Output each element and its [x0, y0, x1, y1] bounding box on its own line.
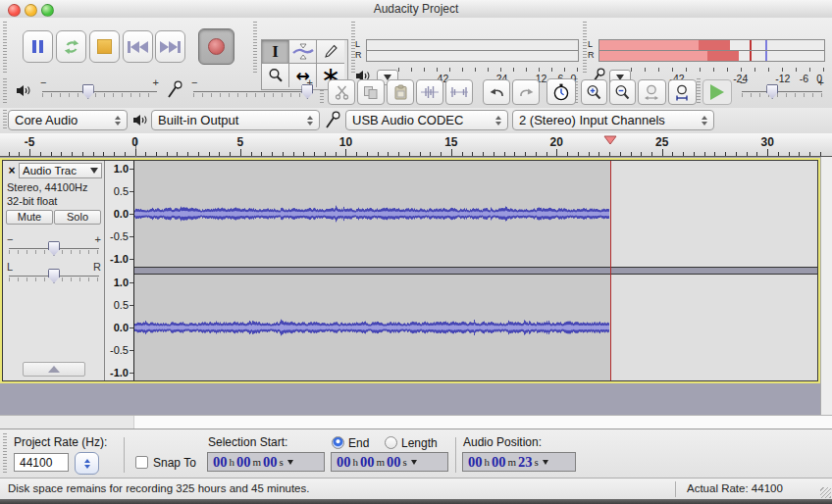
ruler-tick	[72, 152, 73, 156]
mixer-toolbar-grip[interactable]	[3, 78, 7, 104]
meter-hold-peak-tick	[765, 40, 767, 50]
redo-button[interactable]	[512, 79, 540, 105]
selection-start-field[interactable]: 00h00m00s	[207, 452, 325, 472]
transport-toolbar-grip[interactable]	[3, 22, 7, 75]
draw-tool-button[interactable]	[317, 40, 344, 64]
track-format-label: Stereo, 44100Hz	[7, 181, 88, 193]
skip-to-end-button[interactable]	[155, 30, 185, 63]
window-resize-grip[interactable]	[820, 487, 831, 498]
waveform-area[interactable]	[134, 161, 817, 380]
meter-recent-peak-tick	[750, 40, 752, 50]
ruler-label: 0	[131, 135, 138, 149]
loop-play-button[interactable]	[56, 30, 86, 63]
collapse-arrow-icon	[48, 366, 60, 373]
cut-icon	[335, 85, 349, 100]
speaker-icon	[16, 84, 32, 97]
zoom-out-button[interactable]	[609, 79, 636, 105]
track-close-button[interactable]: ×	[6, 164, 18, 177]
length-radio[interactable]	[385, 436, 397, 449]
ruler-tick	[356, 152, 357, 156]
envelope-tool-button[interactable]	[289, 40, 317, 64]
select-arrows-icon	[115, 116, 121, 126]
end-radio[interactable]	[332, 436, 344, 449]
copy-button[interactable]	[357, 79, 385, 105]
left-channel-waveform[interactable]	[134, 161, 817, 267]
track-area: × Audio Trac Stereo, 44100Hz 32-bit floa…	[0, 157, 832, 415]
ruler-tick	[303, 152, 304, 156]
time-format-arrow-icon[interactable]	[287, 460, 293, 465]
fit-project-button[interactable]	[668, 79, 697, 105]
record-position-marker	[603, 135, 617, 145]
cut-button[interactable]	[328, 79, 355, 105]
skip-to-start-button[interactable]	[123, 30, 153, 63]
recording-device-select[interactable]: USB Audio CODEC	[345, 110, 508, 130]
speaker-icon	[132, 114, 149, 126]
horizontal-scrollbar[interactable]	[0, 415, 832, 428]
project-rate-stepper[interactable]	[75, 452, 99, 475]
ruler-tick	[314, 152, 315, 156]
ruler-tick	[598, 152, 599, 156]
playback-device-select[interactable]: Built-in Output	[151, 110, 320, 130]
fit-selection-icon	[644, 84, 660, 101]
recording-meter-r-label: R	[588, 50, 595, 60]
ruler-tick	[725, 152, 726, 156]
pause-button[interactable]	[23, 30, 53, 63]
ruler-tick	[472, 152, 473, 156]
zoom-in-button[interactable]	[581, 79, 607, 105]
ruler-tick	[451, 149, 452, 156]
device-toolbar-grip[interactable]	[3, 110, 7, 130]
undo-button[interactable]	[483, 79, 510, 105]
fit-selection-button[interactable]	[638, 79, 666, 105]
input-volume-slider[interactable]: − +	[193, 82, 311, 102]
time-format-arrow-icon[interactable]	[543, 460, 548, 465]
trim-audio-button[interactable]	[416, 79, 443, 105]
ruler-tick	[177, 152, 178, 156]
ruler-tick	[631, 152, 632, 156]
right-channel-waveform[interactable]	[134, 275, 817, 380]
selection-toolbar-grip[interactable]	[3, 433, 7, 475]
ruler-tick	[29, 149, 30, 156]
ruler-tick	[240, 149, 241, 156]
selection-end-field[interactable]: 00h00m00s	[331, 452, 448, 472]
copy-icon	[363, 85, 379, 100]
vertical-scale-ruler[interactable]: 1.00.50.0-0.5-1.01.00.50.0-0.5-1.0	[105, 161, 134, 380]
gain-slider[interactable]: − +	[9, 239, 99, 259]
snap-to-checkbox[interactable]	[135, 456, 148, 469]
audio-host-select[interactable]: Core Audio	[8, 110, 128, 130]
project-rate-input[interactable]: 44100	[14, 453, 69, 472]
silence-audio-button[interactable]	[445, 79, 473, 105]
solo-button[interactable]: Solo	[54, 210, 101, 225]
pan-slider[interactable]: L R	[9, 267, 99, 286]
timer-button[interactable]	[546, 78, 576, 105]
ruler-tick	[483, 152, 484, 156]
playback-speed-slider[interactable]: − +	[742, 82, 822, 102]
paste-button[interactable]	[387, 79, 414, 105]
vertical-scrollbar[interactable]	[820, 157, 832, 415]
track-name-dropdown[interactable]: Audio Trac	[19, 163, 102, 178]
recording-channels-select[interactable]: 2 (Stereo) Input Channels	[512, 110, 714, 130]
ruler-tick	[651, 152, 652, 156]
track-collapse-button[interactable]	[23, 362, 85, 377]
audio-position-field[interactable]: 00h00m23s	[462, 452, 576, 472]
time-format-arrow-icon[interactable]	[411, 460, 417, 465]
zoom-tool-icon	[268, 68, 284, 83]
timeline-ruler[interactable]: -5051015202530	[0, 133, 832, 157]
track-control-panel[interactable]: × Audio Trac Stereo, 44100Hz 32-bit floa…	[3, 161, 105, 380]
ruler-tick	[504, 152, 505, 156]
audio-position-label: Audio Position:	[463, 435, 542, 449]
stop-button[interactable]	[89, 30, 120, 63]
title-bar[interactable]: Audacity Project	[0, 0, 832, 19]
ruler-tick	[82, 152, 83, 156]
ruler-tick	[261, 152, 262, 156]
mute-button[interactable]: Mute	[6, 210, 53, 225]
select-arrows-icon	[495, 116, 501, 126]
vertical-scale-label: 0.0	[114, 208, 129, 220]
selection-tool-button[interactable]: I	[262, 40, 289, 64]
ruler-label: 10	[339, 135, 352, 149]
recording-channels-value: 2 (Stereo) Input Channels	[519, 113, 696, 127]
record-button[interactable]	[198, 28, 234, 65]
output-volume-slider[interactable]: − +	[42, 82, 157, 102]
meter-peak-fill	[707, 51, 739, 61]
tools-toolbar-grip[interactable]	[253, 22, 257, 75]
play-at-speed-button[interactable]	[702, 79, 732, 105]
